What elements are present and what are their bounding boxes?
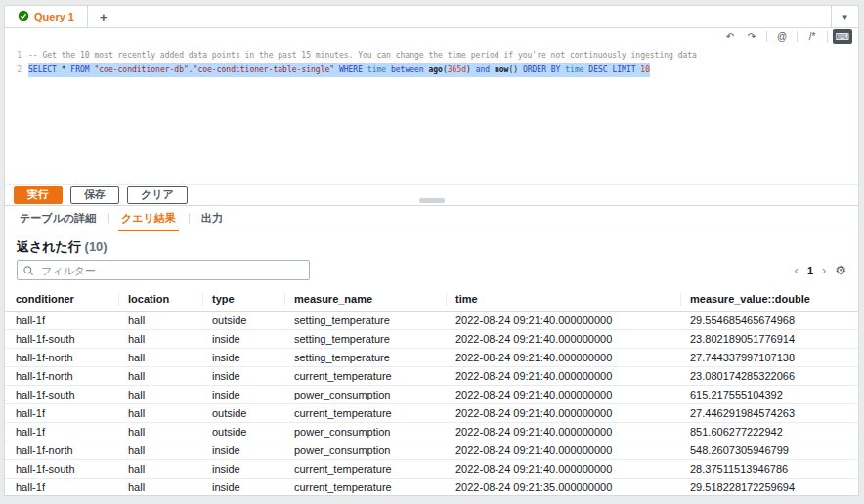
table-cell: hall-1f-south xyxy=(5,460,118,479)
previous-page-icon[interactable]: ‹ xyxy=(795,264,799,276)
table-cell: 2022-08-24 09:21:40.000000000 xyxy=(446,423,680,441)
returned-rows-title: 返された行 (10) xyxy=(17,238,846,255)
table-cell: 23.080174285322066 xyxy=(680,367,858,386)
add-query-tab-button[interactable]: + xyxy=(88,6,119,27)
sql-token: 365d xyxy=(448,65,466,74)
table-cell: hall xyxy=(118,367,202,386)
toolbar-separator xyxy=(766,31,767,42)
pagination: ‹ 1 › ⚙ xyxy=(795,264,846,276)
table-cell: hall-1f-north xyxy=(5,367,118,386)
table-cell: inside xyxy=(202,367,284,386)
editor-toolbar: ↶ ↷ @ /* ⌨ xyxy=(5,28,858,45)
sql-token: * xyxy=(57,65,70,74)
table-cell: 548.2607305946799 xyxy=(680,441,858,460)
table-cell: inside xyxy=(202,460,284,479)
redo-icon[interactable]: ↷ xyxy=(742,29,761,44)
table-cell: current_temperature xyxy=(284,367,446,386)
table-row: hall-1f-southhallinsidecurrent_temperatu… xyxy=(5,460,858,479)
table-cell: 2022-08-24 09:21:40.000000000 xyxy=(446,330,680,349)
filter-input[interactable] xyxy=(17,260,310,280)
table-cell: hall-1f-south xyxy=(5,386,118,404)
sql-token: WHERE xyxy=(339,65,363,74)
toolbar-separator xyxy=(797,31,798,42)
returned-rows-count: (10) xyxy=(85,239,108,254)
table-cell: hall-1f-north xyxy=(5,441,118,460)
table-cell: 27.446291984574263 xyxy=(680,404,858,423)
results-header: 返された行 (10) xyxy=(5,231,858,255)
sql-token: DESC xyxy=(588,65,607,74)
results-tab-0[interactable]: テーブルの詳細 xyxy=(7,206,108,231)
table-cell: hall xyxy=(118,460,202,479)
table-cell: 2022-08-24 09:21:40.000000000 xyxy=(446,367,680,386)
table-cell: 2022-08-24 09:21:35.000000000 xyxy=(446,479,680,497)
code-line-2: 2 SELECT * FROM "coe-conditioner-db"."co… xyxy=(5,63,858,77)
column-header: measure_value::double xyxy=(680,288,858,312)
table-cell: current_temperature xyxy=(284,460,446,479)
table-row: hall-1f-northhallinsidepower_consumption… xyxy=(5,441,858,460)
panel-resize-handle[interactable] xyxy=(419,198,445,203)
table-row: hall-1f-northhallinsidesetting_temperatu… xyxy=(5,349,858,367)
comment-toggle-icon[interactable]: /* xyxy=(802,29,822,44)
query-tab-label: Query 1 xyxy=(34,11,74,22)
table-cell: inside xyxy=(202,330,284,349)
toolbar-separator xyxy=(827,31,828,42)
table-cell: hall xyxy=(118,312,202,330)
table-header-row: conditionerlocationtypemeasure_nametimem… xyxy=(5,288,858,312)
sql-token: ago xyxy=(428,65,442,74)
results-tab-1[interactable]: クエリ結果 xyxy=(108,206,189,231)
format-query-icon[interactable]: @ xyxy=(772,29,792,44)
table-cell: 28.37511513946786 xyxy=(680,460,858,479)
query-success-icon xyxy=(18,8,29,25)
table-cell: hall-1f xyxy=(5,404,118,423)
table-cell: 2022-08-24 09:21:40.000000000 xyxy=(446,349,680,367)
table-cell: 23.802189051776914 xyxy=(680,330,858,349)
sql-token: SELECT xyxy=(28,65,57,74)
query-tab[interactable]: Query 1 xyxy=(5,6,88,27)
undo-icon[interactable]: ↶ xyxy=(720,29,740,44)
table-cell: hall xyxy=(118,479,202,497)
table-cell: current_temperature xyxy=(284,404,446,423)
table-cell: inside xyxy=(202,349,284,367)
sql-token: time xyxy=(565,65,583,74)
keyboard-shortcuts-icon[interactable]: ⌨ xyxy=(833,29,852,44)
line-number: 2 xyxy=(5,63,28,77)
run-button[interactable]: 実行 xyxy=(14,186,63,204)
query-editor-panel: Query 1 + ▾ ↶ ↷ @ /* ⌨ 1 -- Get the 10 m… xyxy=(4,5,859,496)
query-results-table: conditionerlocationtypemeasure_nametimem… xyxy=(5,288,858,496)
table-cell: hall xyxy=(118,386,202,404)
filter-box xyxy=(17,260,310,280)
next-page-icon[interactable]: › xyxy=(822,264,826,276)
results-tab-bar: テーブルの詳細クエリ結果出力 xyxy=(5,205,858,231)
table-cell: 29.554685465674968 xyxy=(680,312,858,330)
sql-token: ORDER BY xyxy=(523,65,561,74)
table-cell: setting_temperature xyxy=(284,330,446,349)
results-tab-2[interactable]: 出力 xyxy=(189,206,236,231)
table-cell: 2022-08-24 09:21:40.000000000 xyxy=(446,404,680,423)
table-cell: setting_temperature xyxy=(284,312,446,330)
sql-token: now xyxy=(495,65,508,74)
table-cell: 615.217555104392 xyxy=(680,386,858,404)
table-cell: 2022-08-24 09:21:40.000000000 xyxy=(446,441,680,460)
current-page-button[interactable]: 1 xyxy=(807,265,813,276)
code-line-1: 1 -- Get the 10 most recently added data… xyxy=(5,48,858,63)
line-number: 1 xyxy=(5,48,28,63)
table-row: hall-1fhallinsidecurrent_temperature2022… xyxy=(5,479,858,497)
table-cell: current_temperature xyxy=(284,479,446,497)
sql-token: "coe-conditioner-db"."coe-conditioner-ta… xyxy=(94,65,334,74)
table-cell: hall-1f xyxy=(5,479,118,497)
save-button[interactable]: 保存 xyxy=(70,186,119,204)
tab-list-dropdown-button[interactable]: ▾ xyxy=(831,6,858,27)
sql-editor[interactable]: 1 -- Get the 10 most recently added data… xyxy=(5,45,858,184)
table-cell: hall-1f xyxy=(5,423,118,441)
chevron-down-icon: ▾ xyxy=(842,12,847,21)
clear-button[interactable]: クリア xyxy=(127,186,188,204)
sql-token: time xyxy=(367,65,386,74)
table-cell: 27.744337997107138 xyxy=(680,349,858,367)
table-row: hall-1fhalloutsidecurrent_temperature202… xyxy=(5,404,858,423)
table-settings-gear-icon[interactable]: ⚙ xyxy=(835,264,846,276)
table-cell: outside xyxy=(202,423,284,441)
table-cell: hall-1f-south xyxy=(5,330,118,349)
search-icon xyxy=(22,265,34,276)
column-header: type xyxy=(202,288,284,312)
table-cell: 2022-08-24 09:21:40.000000000 xyxy=(446,460,680,479)
